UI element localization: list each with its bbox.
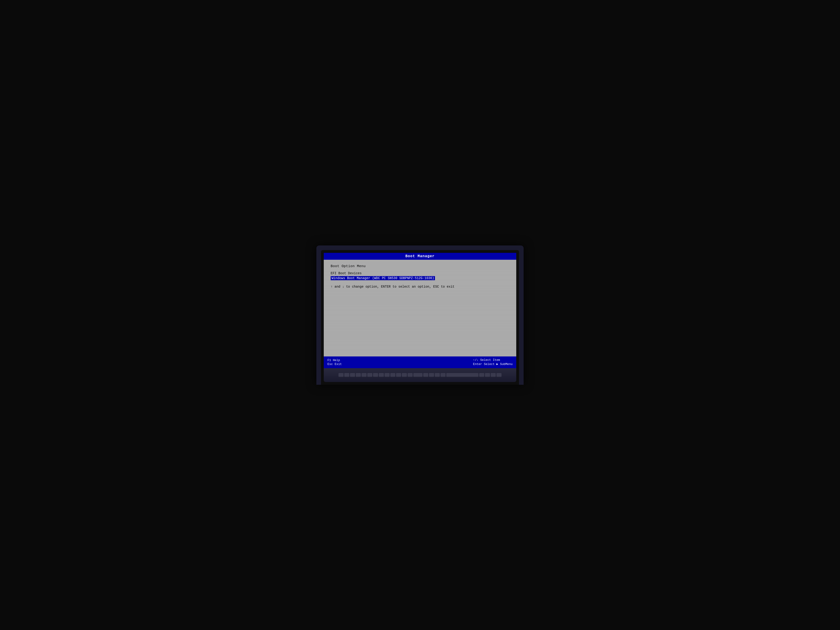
key-stub bbox=[385, 373, 390, 377]
key-stub bbox=[390, 373, 395, 377]
key-stub bbox=[496, 373, 502, 377]
key-stub bbox=[491, 373, 496, 377]
key-stub bbox=[413, 373, 423, 377]
title-text: Boot Manager bbox=[405, 254, 434, 258]
arrow-key: ↑/↓ bbox=[473, 358, 480, 362]
key-stub bbox=[407, 373, 413, 377]
key-stub bbox=[441, 373, 445, 377]
key-stub bbox=[356, 373, 361, 377]
navigation-hint: ↑ and ↓ to change option, ENTER to selec… bbox=[331, 285, 509, 289]
esc-label: Exit bbox=[335, 362, 342, 366]
enter-label: Select ▶ SubMenu bbox=[484, 362, 513, 366]
key-stub bbox=[344, 373, 349, 377]
key-stub bbox=[423, 373, 428, 377]
key-stub bbox=[350, 373, 355, 377]
key-stub bbox=[338, 373, 344, 377]
bottom-right-shortcuts: ↑/↓ Select Item Enter Select ▶ SubMenu bbox=[473, 358, 513, 366]
bottom-left-shortcuts: F1 Help Esc Exit bbox=[327, 358, 342, 366]
key-stub bbox=[435, 373, 440, 377]
f1-key: F1 bbox=[327, 358, 333, 362]
boot-option-menu-label: Boot Option Menu bbox=[331, 264, 509, 268]
f1-help-shortcut: F1 Help bbox=[327, 358, 342, 362]
enter-submenu-shortcut: Enter Select ▶ SubMenu bbox=[473, 362, 513, 366]
key-stub bbox=[373, 373, 378, 377]
keyboard-area bbox=[324, 368, 516, 382]
screen-bezel: Boot Manager Boot Option Menu EFI Boot D… bbox=[321, 250, 519, 385]
efi-section-label: EFI Boot Devices bbox=[331, 272, 509, 275]
f1-label: Help bbox=[333, 358, 340, 362]
main-content: Boot Option Menu EFI Boot Devices Window… bbox=[324, 260, 516, 357]
key-stub bbox=[367, 373, 372, 377]
key-stub bbox=[362, 373, 366, 377]
key-stub bbox=[479, 373, 484, 377]
arrow-select-item-shortcut: ↑/↓ Select Item bbox=[473, 358, 500, 362]
bios-screen: Boot Manager Boot Option Menu EFI Boot D… bbox=[324, 253, 516, 368]
arrow-label: Select Item bbox=[480, 358, 500, 362]
key-stub bbox=[485, 373, 490, 377]
esc-key: Esc bbox=[327, 362, 335, 366]
bottom-bar: F1 Help Esc Exit ↑/↓ Select Item Ente bbox=[324, 357, 516, 368]
key-stub bbox=[396, 373, 401, 377]
key-stub bbox=[379, 373, 384, 377]
key-stub bbox=[402, 373, 407, 377]
selected-boot-entry[interactable]: Windows Boot Manager (WDC PC SN530 SDBPN… bbox=[331, 276, 435, 280]
title-bar: Boot Manager bbox=[324, 253, 516, 260]
enter-key: Enter bbox=[473, 362, 484, 366]
spacebar-key bbox=[446, 373, 478, 377]
laptop-frame: Boot Manager Boot Option Menu EFI Boot D… bbox=[316, 245, 524, 385]
key-stub bbox=[429, 373, 434, 377]
esc-exit-shortcut: Esc Exit bbox=[327, 362, 342, 366]
